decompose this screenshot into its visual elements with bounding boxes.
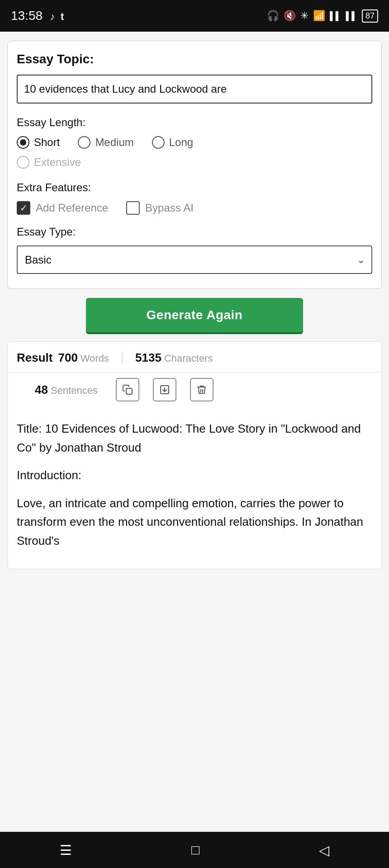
- checkbox-add-reference-box: ✓: [17, 201, 30, 215]
- radio-medium[interactable]: Medium: [78, 136, 133, 149]
- essay-length-radio-group: Short Medium Long: [17, 136, 372, 149]
- mute-icon: 🔇: [284, 10, 296, 22]
- radio-medium-outer: [78, 136, 90, 149]
- radio-short-outer: [17, 136, 29, 149]
- delete-button[interactable]: [190, 378, 213, 401]
- result-text-area: Title: 10 Evidences of Lucwood: The Love…: [8, 409, 381, 569]
- checkbox-add-reference[interactable]: ✓ Add Reference: [17, 201, 108, 215]
- menu-button[interactable]: ☰: [60, 842, 72, 858]
- checkbox-bypass-ai-box: [126, 201, 140, 215]
- radio-short-inner: [20, 139, 26, 146]
- words-unit: Words: [81, 353, 109, 364]
- bluetooth-icon: ✳: [300, 10, 308, 22]
- radio-extensive-row: Extensive: [17, 156, 372, 169]
- essay-length-label: Essay Length:: [17, 116, 372, 129]
- result-label: Result: [17, 351, 52, 365]
- radio-long[interactable]: Long: [152, 136, 193, 149]
- result-intro-text: Love, an intricate and compelling emotio…: [17, 494, 372, 551]
- radio-short-label: Short: [34, 136, 60, 149]
- app-icon: t: [61, 11, 64, 22]
- essay-type-label: Essay Type:: [17, 226, 372, 238]
- radio-long-outer: [152, 136, 165, 149]
- radio-long-label: Long: [169, 136, 193, 149]
- main-content: Essay Topic: Essay Length: Short Medium …: [0, 32, 389, 832]
- status-icons: 🎧 🔇 ✳ 📶 ▌▌ ▌▌ 87: [267, 9, 378, 23]
- trash-icon: [196, 384, 207, 395]
- checkbox-group: ✓ Add Reference Bypass AI: [17, 201, 372, 215]
- radio-medium-label: Medium: [95, 136, 133, 149]
- status-left: 13:58 ♪ t: [11, 9, 64, 23]
- words-count: 700: [58, 351, 77, 365]
- essay-type-select[interactable]: Basic Argumentative Persuasive Expositor…: [17, 245, 372, 274]
- generate-btn-wrapper: Generate Again: [7, 289, 382, 341]
- characters-stat: 5135 Characters: [135, 351, 213, 365]
- download-button[interactable]: [153, 378, 176, 401]
- sentences-count: 48: [35, 383, 48, 397]
- stat-divider: [122, 352, 123, 364]
- checkbox-add-reference-label: Add Reference: [36, 202, 108, 214]
- characters-unit: Characters: [164, 353, 213, 364]
- status-bar: 13:58 ♪ t 🎧 🔇 ✳ 📶 ▌▌ ▌▌ 87: [0, 0, 389, 32]
- radio-short[interactable]: Short: [17, 136, 60, 149]
- essay-topic-input[interactable]: [17, 75, 372, 104]
- essay-type-select-wrapper: Basic Argumentative Persuasive Expositor…: [17, 245, 372, 274]
- copy-icon: [122, 384, 133, 395]
- signal2-icon: ▌▌: [346, 11, 357, 21]
- form-card: Essay Topic: Essay Length: Short Medium …: [7, 41, 382, 289]
- words-stat: 700 Words: [58, 351, 109, 365]
- radio-extensive-outer: [17, 156, 29, 169]
- svg-rect-0: [126, 388, 132, 394]
- result-stats-row: Result 700 Words 5135 Characters: [8, 342, 381, 373]
- signal-icon: ▌▌: [330, 11, 342, 21]
- battery-indicator: 87: [362, 9, 378, 23]
- sentences-stat: 48 Sentences: [35, 383, 98, 397]
- generate-again-button[interactable]: Generate Again: [86, 298, 303, 332]
- characters-count: 5135: [135, 351, 161, 365]
- bottom-nav: ☰ □ ◁: [0, 832, 389, 868]
- download-icon: [159, 384, 170, 395]
- wifi-icon: 📶: [313, 10, 325, 22]
- action-icons: [116, 378, 213, 401]
- radio-extensive[interactable]: Extensive: [17, 156, 81, 169]
- result-actions-row: 48 Sentences: [8, 373, 381, 409]
- extra-features-section: Extra Features: ✓ Add Reference Bypass A…: [17, 181, 372, 215]
- sentences-unit: Sentences: [51, 385, 98, 396]
- essay-type-section: Essay Type: Basic Argumentative Persuasi…: [17, 226, 372, 274]
- back-button[interactable]: ◁: [319, 842, 329, 858]
- copy-button[interactable]: [116, 378, 139, 401]
- checkbox-bypass-ai-label: Bypass AI: [145, 202, 194, 214]
- extra-features-label: Extra Features:: [17, 181, 372, 194]
- result-title: Title: 10 Evidences of Lucwood: The Love…: [17, 420, 372, 457]
- home-button[interactable]: □: [191, 842, 199, 858]
- result-card: Result 700 Words 5135 Characters 48 Sent…: [7, 341, 382, 569]
- headphones-icon: 🎧: [267, 10, 279, 22]
- radio-extensive-label: Extensive: [34, 156, 81, 169]
- checkbox-bypass-ai[interactable]: Bypass AI: [126, 201, 194, 215]
- essay-topic-label: Essay Topic:: [17, 52, 372, 66]
- checkmark-icon: ✓: [20, 203, 28, 212]
- status-time: 13:58: [11, 9, 43, 23]
- tiktok-icon: ♪: [50, 11, 55, 22]
- result-intro-heading: Introduction:: [17, 466, 372, 485]
